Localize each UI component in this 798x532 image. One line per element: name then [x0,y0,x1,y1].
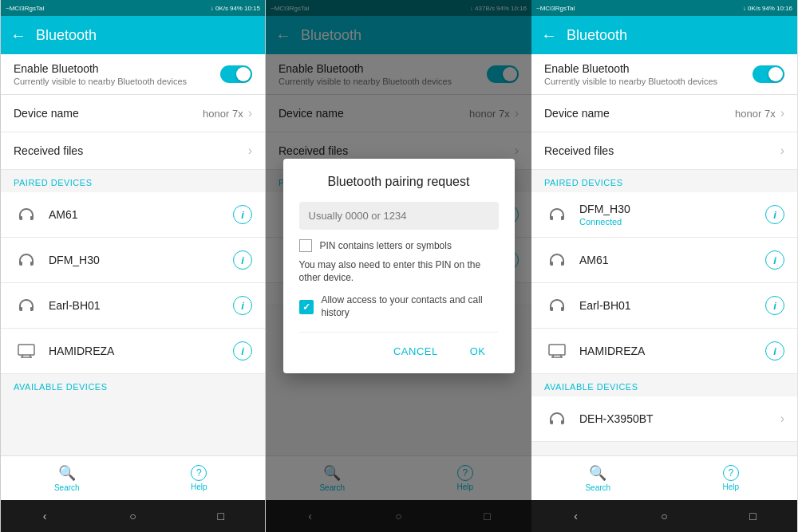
paired-section-header-3: PAIRED DEVICES [531,170,797,192]
device-name-row-1[interactable]: Device name honor 7x › [1,95,265,132]
device-info-hamidreza-1: HAMIDREZA [49,345,233,357]
device-row-dfm-3[interactable]: DFM_H30 Connected i [531,192,797,238]
nav-home-btn-3[interactable]: ○ [649,504,681,528]
info-icon-hamidreza-1[interactable]: i [233,341,252,361]
headphone-icon-earl-3 [544,293,570,318]
device-name-dfm-1: DFM_H30 [49,254,233,266]
pin-checkbox-row: PIN contains letters or symbols [299,239,499,252]
phone-panel-2: ~MCI3RgsTal ↓ 437B/s 94% 10:16 ← Bluetoo… [266,0,531,532]
status-left-3: ~MCI3RgsTal [536,5,575,12]
svg-rect-4 [549,345,565,355]
received-files-row-1[interactable]: Received files › [1,132,265,170]
phone-panel-1: ~MCI3RgsTal ↓ 0K/s 94% 10:15 ← Bluetooth… [0,0,266,532]
device-name-hamidreza-3: HAMIDREZA [579,345,765,357]
info-icon-dfm-3[interactable]: i [765,205,784,224]
contacts-checkbox-label: Allow access to your contacts and call h… [322,294,499,319]
bt-toggle-1[interactable] [220,65,252,83]
device-info-hamidreza-3: HAMIDREZA [579,345,765,357]
status-carrier-1: ~MCI3RgsTal [6,5,44,12]
received-files-row-3[interactable]: Received files › [531,132,797,170]
device-info-am61-1: AM61 [49,208,233,221]
device-row-hamidreza-1[interactable]: HAMIDREZA i [1,329,265,374]
nav-search-3[interactable]: 🔍 Search [531,456,665,500]
info-icon-dfm-1[interactable]: i [233,250,252,270]
app-header-1: ← Bluetooth [1,16,265,54]
pin-input[interactable] [299,202,499,230]
device-info-deh-3: DEH-X3950BT [579,412,780,425]
nav-back-btn-3[interactable]: ‹ [560,504,592,528]
device-info-earl-1: Earl-BH01 [49,299,233,312]
ok-button[interactable]: OK [457,339,499,364]
back-button-3[interactable]: ← [541,26,557,45]
device-name-chevron-3: › [780,106,784,120]
monitor-icon-hamidreza-1 [14,338,39,364]
device-name-hamidreza-1: HAMIDREZA [49,345,233,357]
nav-recents-btn-3[interactable]: □ [737,504,769,528]
info-icon-am61-1[interactable]: i [233,205,252,224]
bt-sublabel-1: Currently visible to nearby Bluetooth de… [14,77,187,86]
device-row-earl-1[interactable]: Earl-BH01 i [1,283,265,329]
device-name-value-3: honor 7x › [735,106,784,120]
device-info-am61-3: AM61 [579,254,765,266]
bt-label-1: Enable Bluetooth [14,62,187,75]
device-name-deh-3: DEH-X3950BT [579,412,780,425]
headphone-icon-am61-3 [544,247,570,273]
device-name-label-3: Device name [544,107,610,120]
nav-home-btn-1[interactable]: ○ [117,504,148,528]
dialog-overlay-2: Bluetooth pairing request PIN contains l… [266,0,531,532]
pin-checkbox[interactable] [299,239,312,252]
device-row-am61-3[interactable]: AM61 i [531,238,797,283]
page-title-3: Bluetooth [567,27,627,44]
device-row-earl-3[interactable]: Earl-BH01 i [531,283,797,329]
device-name-text-1: honor 7x [203,108,243,120]
available-section-header-1: AVAILABLE DEVICES [1,374,265,396]
device-info-dfm-3: DFM_H30 Connected [579,203,765,227]
help-icon-1: ? [191,465,207,481]
device-row-hamidreza-3[interactable]: HAMIDREZA i [531,329,797,374]
device-name-row-3[interactable]: Device name honor 7x › [531,95,797,132]
device-row-dfm-1[interactable]: DFM_H30 i [1,238,265,283]
status-time-3: 10:16 [776,5,792,12]
deh-chevron-3: › [780,412,784,426]
device-name-value-1: honor 7x › [203,106,252,120]
status-bar-3: ~MCI3RgsTal ↓ 0K/s 94% 10:16 [531,0,797,16]
status-bar-1: ~MCI3RgsTal ↓ 0K/s 94% 10:15 [1,0,265,16]
contacts-checkbox[interactable] [299,300,314,314]
help-label-3: Help [722,483,739,491]
info-icon-hamidreza-3[interactable]: i [765,341,784,361]
cancel-button[interactable]: CANCEL [381,339,451,364]
search-icon-1: 🔍 [58,464,76,482]
dialog-buttons: CANCEL OK [299,332,499,364]
nav-search-1[interactable]: 🔍 Search [1,456,133,500]
help-icon-3: ? [723,465,739,481]
nav-help-1[interactable]: ? Help [133,456,266,500]
device-name-earl-1: Earl-BH01 [49,299,233,312]
device-name-am61-1: AM61 [49,208,233,221]
bottom-nav-3: 🔍 Search ? Help [531,455,797,500]
back-button-1[interactable]: ← [10,26,26,45]
bt-toggle-3[interactable] [753,65,784,83]
info-icon-earl-3[interactable]: i [765,296,784,315]
device-row-deh-3[interactable]: DEH-X3950BT › [531,396,797,442]
received-files-label-1: Received files [14,144,83,157]
status-speed-3: ↓ 0K/s [743,5,760,12]
pin-checkbox-label: PIN contains letters or symbols [320,240,452,251]
info-icon-am61-3[interactable]: i [765,250,784,270]
device-info-earl-3: Earl-BH01 [579,299,765,312]
device-row-am61-1[interactable]: AM61 i [1,192,265,238]
enable-bluetooth-row-1: Enable Bluetooth Currently visible to ne… [1,54,265,95]
info-icon-earl-1[interactable]: i [233,296,252,315]
status-speed-1: ↓ 0K/s [211,5,228,12]
enable-bluetooth-row-3: Enable Bluetooth Currently visible to ne… [531,54,797,95]
dialog-info-text: You may also need to enter this PIN on t… [299,258,499,286]
device-info-dfm-1: DFM_H30 [49,254,233,266]
nav-back-btn-1[interactable]: ‹ [29,504,61,528]
nav-recents-btn-1[interactable]: □ [205,504,237,528]
status-battery-1: 94% [230,5,243,12]
bt-label-3: Enable Bluetooth [544,62,717,75]
nav-help-3[interactable]: ? Help [665,456,798,500]
search-label-1: Search [54,483,80,492]
content-1: Enable Bluetooth Currently visible to ne… [1,54,265,455]
monitor-icon-hamidreza-3 [544,338,570,364]
dialog-title: Bluetooth pairing request [299,175,499,189]
